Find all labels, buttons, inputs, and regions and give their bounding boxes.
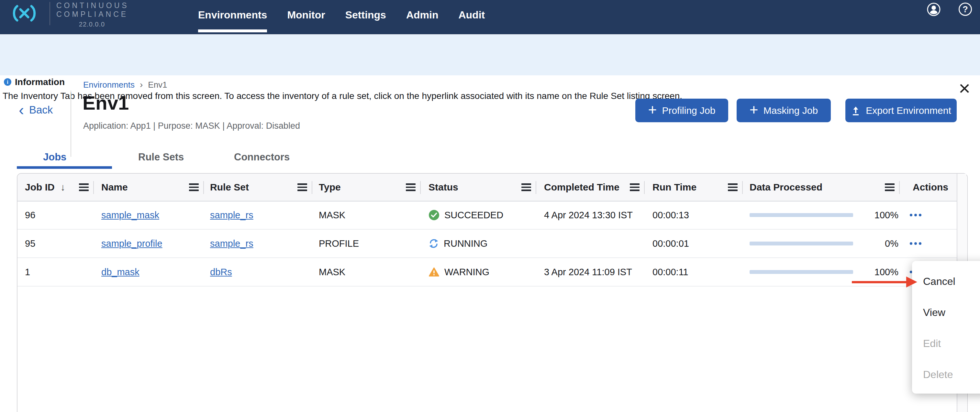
cell-type: MASK [312,258,421,286]
tab-rule-sets[interactable]: Rule Sets [138,151,184,163]
close-icon[interactable]: × [959,79,970,97]
profiling-job-button[interactable]: + Profiling Job [635,99,728,122]
cell-type: PROFILE [312,230,421,257]
column-header-actions: Actions [900,174,957,201]
logo-x-icon[interactable] [12,1,38,27]
back-button[interactable]: ‹ Back [19,103,53,117]
column-header-rule-set: Rule Set [204,174,312,201]
menu-item-view[interactable]: View [912,297,980,328]
table-row: 95 sample_profile sample_rs PROFILE RUNN… [18,230,957,258]
column-header-job-id: Job ID ↓ [18,174,94,201]
nav-admin[interactable]: Admin [406,0,439,34]
table-row: 1 db_mask dbRs MASK WARNING 3 Apr 2024 1… [18,258,957,287]
column-header-type: Type [312,174,421,201]
product-line1: CONTINUOUS [56,1,127,10]
nav-environments[interactable]: Environments [198,0,267,34]
rule-set-link[interactable]: sample_rs [210,210,253,220]
table-row: 96 sample_mask sample_rs MASK SUCCEEDED … [18,201,957,230]
column-header-status: Status [421,174,536,201]
annotation-arrow [852,281,907,283]
product-line2: COMPLIANCE [56,10,127,19]
progress-percent: 0% [885,238,899,249]
breadcrumb-environments[interactable]: Environments [83,80,135,90]
column-menu-icon[interactable] [630,183,640,191]
product-name: CONTINUOUS COMPLIANCE 22.0.0.0 [56,1,127,28]
table-header-row: Job ID ↓ Name Rule Set Type Status Compl… [18,174,957,201]
top-bar: CONTINUOUS COMPLIANCE 22.0.0.0 Environme… [0,0,980,34]
product-version: 22.0.0.0 [56,21,127,28]
export-environment-label: Export Environment [866,105,951,116]
tab-jobs[interactable]: Jobs [43,151,66,163]
main-nav: Environments Monitor Settings Admin Audi… [198,0,485,34]
header-divider [70,90,71,157]
row-actions-ellipsis-icon[interactable] [909,214,923,216]
warning-triangle-icon [428,267,439,277]
cell-run-time: 00:00:01 [645,230,743,257]
job-name-link[interactable]: db_mask [101,267,140,277]
menu-item-edit: Edit [912,328,980,359]
progress-bar [749,213,853,217]
status-label: RUNNING [444,238,487,249]
plus-icon: + [648,103,657,116]
running-sync-icon [428,238,439,249]
breadcrumb: Environments › Env1 [83,79,167,90]
export-environment-button[interactable]: Export Environment [845,99,957,122]
success-check-icon [428,209,439,220]
active-tab-underline [17,166,112,169]
help-icon[interactable]: ? [959,3,972,16]
tab-connectors[interactable]: Connectors [234,151,290,163]
cell-run-time: 00:00:13 [645,201,743,229]
rule-set-link[interactable]: dbRs [210,267,232,277]
annotation-arrow-head [906,276,917,287]
job-name-link[interactable]: sample_profile [101,238,162,249]
menu-item-delete: Delete [912,359,980,390]
column-menu-icon[interactable] [298,183,307,191]
info-icon: i [4,78,11,86]
column-menu-icon[interactable] [189,183,199,191]
information-banner: i Information The Inventory Tab has been… [0,35,980,75]
masking-job-button[interactable]: + Masking Job [737,99,831,122]
logo-divider [49,2,50,25]
job-name-link[interactable]: sample_mask [101,210,159,220]
chevron-left-icon: ‹ [19,103,24,117]
cell-type: MASK [312,201,421,229]
back-label: Back [29,103,53,117]
row-actions-context-menu: Cancel View Edit Delete [912,261,980,394]
column-menu-icon[interactable] [79,183,89,191]
status-label: SUCCEEDED [444,210,503,220]
row-actions-ellipsis-icon[interactable] [909,242,923,245]
progress-bar [749,270,853,274]
profiling-job-label: Profiling Job [662,105,715,116]
cell-run-time: 00:00:11 [645,258,743,286]
rule-set-link[interactable]: sample_rs [210,238,253,249]
page-subtitle: Application: App1 | Purpose: MASK | Appr… [83,121,300,131]
breadcrumb-current: Env1 [148,80,167,90]
column-header-name: Name [94,174,204,201]
cell-completed-time: 3 Apr 2024 11:09 IST [536,258,645,286]
banner-heading: Information [15,77,65,87]
column-menu-icon[interactable] [728,183,738,191]
cell-job-id: 96 [18,201,94,229]
column-header-run-time: Run Time [645,174,743,201]
sort-desc-icon[interactable]: ↓ [60,182,65,193]
user-account-icon[interactable] [927,2,941,18]
chevron-right-icon: › [140,79,143,90]
cell-job-id: 95 [18,230,94,257]
plus-icon: + [749,103,758,116]
nav-monitor[interactable]: Monitor [287,0,325,34]
menu-item-cancel[interactable]: Cancel [912,266,980,297]
column-header-completed-time: Completed Time [536,174,645,201]
upload-icon [851,105,861,116]
cell-completed-time: 4 Apr 2024 13:30 IST [536,201,645,229]
page-title: Env1 [83,92,129,114]
progress-bar [749,242,853,246]
nav-settings[interactable]: Settings [345,0,386,34]
column-menu-icon[interactable] [885,183,894,191]
status-label: WARNING [444,267,489,277]
nav-audit[interactable]: Audit [458,0,485,34]
column-menu-icon[interactable] [406,183,415,191]
column-menu-icon[interactable] [522,183,531,191]
progress-percent: 100% [875,267,899,277]
progress-percent: 100% [875,210,899,220]
cell-job-id: 1 [18,258,94,286]
